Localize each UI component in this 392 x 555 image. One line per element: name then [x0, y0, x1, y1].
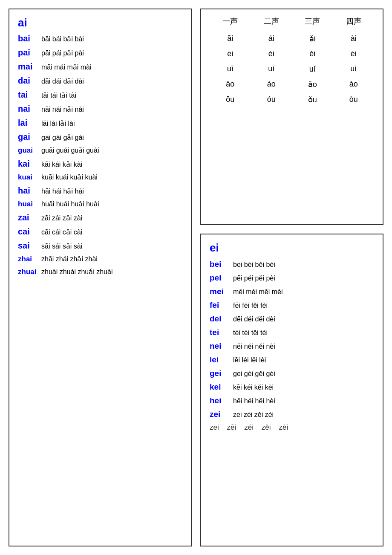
ei-row-label: gei: [210, 369, 233, 378]
ai-row-tones: gāi gái gǎi gài: [41, 133, 84, 142]
ei-row: zeizēi zéi zěi zèi: [210, 410, 374, 419]
ei-row-label: dei: [210, 314, 233, 324]
ai-row: zaizāi zái zǎi zài: [18, 213, 182, 223]
tone-header-cell: 四声: [341, 16, 366, 26]
ei-row: teitēi téi těi tèi: [210, 328, 374, 337]
tone-table-cell: óu: [259, 95, 284, 104]
ei-row-label: lei: [210, 355, 233, 364]
ei-row-tones: pēi péi pěi pèi: [233, 275, 275, 282]
tone-table-row: āoáoǎoào: [210, 80, 374, 89]
ai-row-tones: dāi dái dǎi dài: [41, 77, 84, 85]
ai-row: lailāi lái lǎi lài: [18, 118, 182, 128]
ei-row-tones: lēi léi lěi lèi: [233, 356, 266, 364]
ai-row: zhuaizhuāi zhuái zhuǎi zhuài: [18, 268, 182, 276]
tone-table-header: 一声二声三声四声: [210, 16, 374, 26]
tone-table-cell: èi: [341, 49, 366, 58]
ai-row-label: zai: [18, 213, 41, 223]
tone-table-cell: ēi: [217, 49, 243, 58]
tone-table-cell: éi: [259, 49, 284, 58]
ai-row-tones: kāi kái kǎi kài: [41, 160, 82, 168]
ei-row-tones: dēi déi děi dèi: [233, 315, 275, 323]
ai-row-label: zhai: [18, 255, 41, 263]
ei-row-label: pei: [210, 273, 233, 283]
ai-row-label: tai: [18, 90, 41, 100]
ei-row-label: tei: [210, 328, 233, 337]
ei-row-tones: zēi zéi zěi zèi: [233, 411, 274, 419]
ai-row: daidāi dái dǎi dài: [18, 76, 182, 86]
ai-row-tones: zhāi zhái zhǎi zhài: [41, 255, 98, 263]
ei-row: beibēi béi běi bèi: [210, 260, 374, 269]
ai-row-label: guai: [18, 146, 41, 155]
ei-row-label: zei: [210, 410, 233, 419]
ai-row: naināi nái nǎi nài: [18, 104, 182, 114]
ei-row: peipēi péi pěi pèi: [210, 273, 374, 283]
ei-title: ei: [210, 241, 374, 254]
ai-row-tones: zhuāi zhuái zhuǎi zhuài: [41, 268, 112, 276]
ai-row: taitāi tái tǎi tài: [18, 90, 182, 100]
ai-row-label: kuai: [18, 173, 41, 182]
tone-table-cell: uī: [217, 64, 243, 74]
ei-row: neinēi néi něi nèi: [210, 341, 374, 351]
ei-row-tones: gēi géi gěi gèi: [233, 370, 275, 378]
ei-row-tones: kēi kéi kěi kèi: [233, 384, 274, 391]
panel-ei: ei beibēi béi běi bèipeipēi péi pěi pèim…: [200, 234, 383, 546]
tone-table-cell: ào: [341, 80, 366, 89]
ai-row-label: zhuai: [18, 268, 41, 276]
tone-table-cell: ǎi: [300, 34, 325, 43]
ei-row-tones: bēi béi běi bèi: [233, 261, 275, 269]
ei-row-tones: tēi téi těi tèi: [233, 329, 268, 337]
tone-table-cell: ái: [259, 34, 284, 43]
ai-row-tones: guāi guái guǎi guài: [41, 146, 99, 154]
ai-row-tones: lāi lái lǎi lài: [41, 119, 75, 127]
ai-row: kaikāi kái kǎi kài: [18, 159, 182, 169]
ai-row-label: mai: [18, 62, 41, 72]
tone-header-cell: 一声: [217, 16, 243, 26]
ai-row: huaihuāi huái huǎi huài: [18, 200, 182, 208]
ei-row: heihēi héi hěi hèi: [210, 396, 374, 405]
ai-row-label: bai: [18, 34, 41, 43]
partial-row: zei zēi zéi zěi zèi: [210, 423, 374, 432]
ei-row: deidēi déi děi dèi: [210, 314, 374, 324]
ai-row: haihāi hái hǎi hài: [18, 186, 182, 196]
ai-row-tones: pāi pái pǎi pài: [41, 49, 84, 57]
ei-row-label: hei: [210, 396, 233, 405]
ai-row: gaigāi gái gǎi gài: [18, 132, 182, 142]
tone-table-cell: uì: [341, 64, 366, 74]
ai-row-label: sai: [18, 241, 41, 251]
ai-row-label: cai: [18, 227, 41, 237]
ei-row: geigēi géi gěi gèi: [210, 369, 374, 378]
tone-table-row: ēiéiěièi: [210, 49, 374, 58]
ai-row: maimāi mái mǎi mài: [18, 62, 182, 72]
ai-row-label: lai: [18, 118, 41, 128]
ai-row: baibāi bái bǎi bài: [18, 34, 182, 43]
tone-header-cell: 三声: [300, 16, 325, 26]
ei-row-tones: fēi féi fěi fèi: [233, 302, 268, 309]
ai-title: ai: [18, 16, 182, 29]
ai-row-tones: sāi sái sǎi sài: [41, 242, 82, 250]
ai-row-tones: māi mái mǎi mài: [41, 63, 92, 71]
tone-header-cell: 二声: [259, 16, 284, 26]
ai-row-tones: nāi nái nǎi nài: [41, 105, 84, 113]
tone-table-cell: ōu: [217, 95, 243, 104]
ai-row-label: kai: [18, 159, 41, 169]
ei-row-tones: nēi néi něi nèi: [233, 343, 275, 350]
ai-row: paipāi pái pǎi pài: [18, 48, 182, 58]
tone-table-cell: ěi: [300, 49, 325, 58]
ai-row-tones: bāi bái bǎi bài: [41, 35, 84, 43]
tone-table-row: uīuíuǐuì: [210, 64, 374, 74]
ai-row-label: hai: [18, 186, 41, 196]
tone-table-row: āiáiǎiài: [210, 34, 374, 43]
ei-row-label: kei: [210, 382, 233, 392]
tone-table-cell: ài: [341, 34, 366, 43]
ai-row-tones: cāi cái cǎi cài: [41, 228, 82, 236]
tone-table-row: ōuóuǒuòu: [210, 95, 374, 104]
ai-row-tones: hāi hái hǎi hài: [41, 187, 84, 195]
tone-table-cell: ǎo: [300, 80, 325, 89]
ai-row-tones: kuāi kuái kuǎi kuài: [41, 173, 98, 181]
ei-row: meimēi méi měi mèi: [210, 287, 374, 296]
ei-row-tones: mēi méi měi mèi: [233, 288, 282, 296]
ai-row-tones: zāi zái zǎi zài: [41, 214, 82, 222]
ai-row-label: dai: [18, 76, 41, 86]
ai-row-label: huai: [18, 200, 41, 208]
tone-table-cell: áo: [259, 80, 284, 89]
